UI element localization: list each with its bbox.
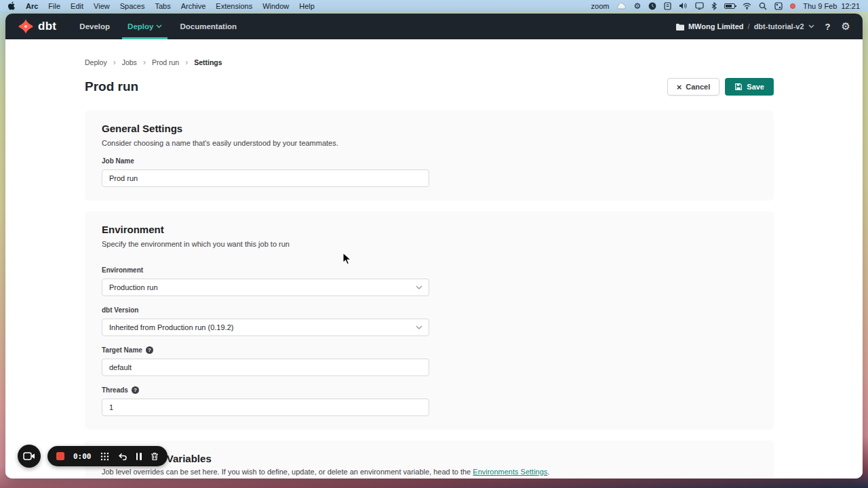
environment-select[interactable]: Production run [102,279,429,296]
environment-description: Specify the environment in which you wan… [102,240,757,248]
threads-label: Threads [102,386,128,394]
menubar-item-help[interactable]: Help [299,2,315,10]
general-settings-card: General Settings Consider choosing a nam… [85,110,774,201]
job-name-input[interactable] [102,169,429,187]
save-button[interactable]: Save [725,78,774,96]
undo-icon[interactable] [118,452,127,460]
account-switcher[interactable]: MWong Limited / dbt-tutorial-v2 [675,22,814,30]
nav-deploy[interactable]: Deploy [122,14,167,39]
project-name: dbt-tutorial-v2 [754,22,804,30]
menubar-clock[interactable]: Thu 9 Feb 12:21 [803,2,860,10]
breadcrumb-jobs[interactable]: Jobs [122,58,137,66]
bluetooth-icon[interactable] [711,2,717,10]
menubar-item-tabs[interactable]: Tabs [155,2,170,10]
general-settings-heading: General Settings [102,123,757,134]
apple-icon[interactable] [8,1,16,10]
dbt-brand-text: dbt [38,20,56,33]
help-icon[interactable]: ? [825,22,831,32]
job-name-label: Job Name [102,157,757,165]
trash-icon[interactable] [151,452,159,461]
folder-icon [675,23,684,30]
chevron-down-icon [808,24,814,28]
account-name: MWong Limited [688,22,744,30]
environments-settings-link[interactable]: Environments Settings [473,468,547,476]
cancel-button[interactable]: × Cancel [667,78,720,96]
dbt-logo[interactable]: dbt [18,18,56,35]
general-settings-description: Consider choosing a name that's easily u… [102,139,757,147]
tools-grid-icon[interactable] [100,452,109,461]
menubar-item-view[interactable]: View [94,2,110,10]
chevron-down-icon [416,285,422,289]
environment-variables-card: Environment Variables Job level override… [85,441,774,479]
zoom-menu-item[interactable]: zoom [591,2,610,10]
menubar-item-archive[interactable]: Archive [181,2,206,10]
environment-heading: Environment [102,224,757,235]
settings-gear-icon[interactable]: ⚙ [842,20,850,33]
keyboard-icon[interactable] [664,2,671,10]
target-name-input[interactable] [102,359,429,376]
target-name-label: Target Name [102,346,142,354]
save-icon [734,83,743,91]
chevron-down-icon [416,325,422,329]
breadcrumb-separator: › [143,58,146,66]
display-icon[interactable] [695,2,704,9]
environment-variables-heading: Environment Variables [102,453,757,464]
macos-menubar: Arc File Edit View Spaces Tabs Archive E… [0,0,868,12]
dbt-version-label: dbt Version [102,306,757,314]
environment-variables-description: Job level overrides can be set here. If … [102,468,757,476]
menubar-item-window[interactable]: Window [262,2,289,10]
stop-recording-button[interactable] [56,452,64,460]
page-title: Prod run [85,79,138,94]
menubar-item-edit[interactable]: Edit [71,2,83,10]
environment-card: Environment Specify the environment in w… [85,211,774,430]
threads-input[interactable] [102,399,429,416]
breadcrumb: Deploy › Jobs › Prod run › Settings [85,58,774,66]
battery-icon[interactable] [724,3,735,9]
close-icon: × [677,83,682,92]
dbt-logo-icon [18,18,34,35]
menubar-app-name[interactable]: Arc [26,2,38,10]
chevron-down-icon [156,24,162,28]
page-content: Deploy › Jobs › Prod run › Settings Prod… [5,39,863,479]
video-camera-icon [23,451,35,461]
breadcrumb-settings: Settings [194,58,222,66]
target-name-help-icon[interactable]: ? [146,346,153,354]
recorder-pill: 0:00 [47,446,167,466]
volume-icon[interactable] [679,2,688,9]
search-icon[interactable] [759,2,767,10]
nav-documentation[interactable]: Documentation [174,14,242,39]
screen-recorder-toolbar: 0:00 [18,445,167,468]
menubar-item-extensions[interactable]: Extensions [216,2,252,10]
browser-window: dbt Develop Deploy Documentation MWong L… [5,14,863,479]
dbt-version-select[interactable]: Inherited from Production run (0.19.2) [102,319,429,336]
control-center-icon[interactable] [774,2,783,10]
pause-button[interactable] [136,453,142,460]
menubar-item-spaces[interactable]: Spaces [120,2,145,10]
dbt-navbar: dbt Develop Deploy Documentation MWong L… [5,14,863,39]
breadcrumb-prod-run[interactable]: Prod run [152,58,179,66]
menubar-item-file[interactable]: File [48,2,60,10]
clock-icon[interactable] [648,2,656,10]
threads-help-icon[interactable]: ? [132,386,139,394]
breadcrumb-separator: › [185,58,188,66]
gear-icon[interactable]: ⚙ [633,1,641,11]
camera-button[interactable] [18,445,41,468]
cloud-icon[interactable] [616,3,626,9]
recording-indicator-icon[interactable] [790,3,795,9]
breadcrumb-deploy[interactable]: Deploy [85,58,107,66]
environment-select-label: Environment [102,266,757,274]
wifi-icon[interactable] [743,3,751,9]
nav-develop[interactable]: Develop [74,14,115,39]
recording-timer: 0:00 [73,452,92,461]
account-separator: / [748,22,750,30]
breadcrumb-separator: › [113,58,116,66]
